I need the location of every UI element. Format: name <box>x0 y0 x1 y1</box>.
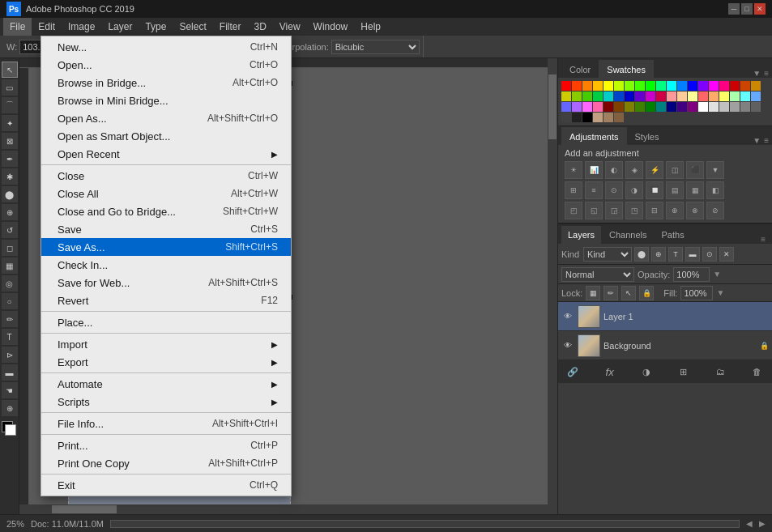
swatch[interactable] <box>646 92 655 101</box>
opacity-input[interactable] <box>673 267 710 282</box>
swatch[interactable] <box>730 92 740 101</box>
menu-save-web[interactable]: Save for Web... Alt+Shift+Ctrl+S <box>41 274 291 292</box>
swatch[interactable] <box>572 102 582 112</box>
layer-row-2[interactable]: 👁 Background 🔒 <box>558 331 772 360</box>
tool-magic-wand[interactable]: ✦ <box>2 115 18 131</box>
tool-heal[interactable]: ✱ <box>2 168 18 185</box>
swatch[interactable] <box>677 81 687 91</box>
menu-file-info[interactable]: File Info... Alt+Shift+Ctrl+I <box>41 415 291 432</box>
swatch[interactable] <box>719 81 729 91</box>
adj-gradientmap-icon[interactable]: ▦ <box>686 181 704 199</box>
adj-misc2-icon[interactable]: ◱ <box>585 202 603 219</box>
swatch[interactable] <box>667 92 676 101</box>
fill-arrow[interactable]: ▼ <box>716 288 724 297</box>
nav-right-btn[interactable]: ▶ <box>759 519 766 528</box>
filter-pixel-btn[interactable]: ⬤ <box>634 247 649 262</box>
menu-new[interactable]: New... Ctrl+N <box>41 38 291 56</box>
swatch[interactable] <box>709 92 719 101</box>
tool-gradient[interactable]: ▦ <box>2 257 18 274</box>
swatch[interactable] <box>593 102 603 112</box>
delete-layer-btn[interactable]: 🗑 <box>749 364 766 380</box>
canvas-hscrollbar[interactable] <box>19 504 557 514</box>
new-group-btn[interactable]: 🗂 <box>712 364 728 380</box>
swatch[interactable] <box>677 102 687 112</box>
swatch[interactable] <box>677 92 687 101</box>
interp-select[interactable]: Bicubic Bilinear Nearest Neighbor <box>331 40 420 54</box>
menu-close-bridge[interactable]: Close and Go to Bridge... Shift+Ctrl+W <box>41 202 291 220</box>
swatch[interactable] <box>635 81 645 91</box>
swatch[interactable] <box>561 113 571 122</box>
collapse-icon[interactable]: ▼ <box>753 69 761 78</box>
menu-print[interactable]: Print... Ctrl+P <box>41 436 291 454</box>
menu-check-in[interactable]: Check In... <box>41 256 291 274</box>
tab-channels[interactable]: Channels <box>603 226 653 244</box>
canvas-vscrollbar[interactable] <box>548 58 557 514</box>
swatch[interactable] <box>561 81 571 91</box>
swatch[interactable] <box>751 92 761 101</box>
adj-levels-icon[interactable]: 📊 <box>585 161 603 179</box>
menu-open-smart[interactable]: Open as Smart Object... <box>41 127 291 145</box>
lock-all-btn[interactable]: 🔒 <box>639 286 654 300</box>
canvas-hscrollbar-thumb[interactable] <box>52 505 117 513</box>
menu-item-select[interactable]: Select <box>173 18 212 36</box>
adj-misc4-icon[interactable]: ◳ <box>625 202 643 219</box>
swatch[interactable] <box>656 92 666 101</box>
tool-pen[interactable]: ✏ <box>2 311 18 327</box>
swatch[interactable] <box>572 81 582 91</box>
swatch[interactable] <box>740 102 750 112</box>
swatch[interactable] <box>614 113 624 122</box>
menu-item-file[interactable]: File <box>3 18 32 36</box>
menu-place[interactable]: Place... <box>41 313 291 331</box>
swatch[interactable] <box>740 92 750 101</box>
foreground-color[interactable] <box>2 421 18 437</box>
swatch[interactable] <box>582 81 592 91</box>
menu-save[interactable]: Save Ctrl+S <box>41 220 291 238</box>
tool-dodge[interactable]: ○ <box>2 293 18 309</box>
adj-exposure-icon[interactable]: ◈ <box>625 161 643 179</box>
swatch[interactable] <box>646 102 655 112</box>
tab-color[interactable]: Color <box>561 60 599 78</box>
filter-text-btn[interactable]: T <box>668 247 683 262</box>
filter-smart-btn[interactable]: ⊙ <box>702 247 717 262</box>
menu-open-as[interactable]: Open As... Alt+Shift+Ctrl+O <box>41 109 291 127</box>
menu-close[interactable]: Close Ctrl+W <box>41 167 291 185</box>
tab-styles[interactable]: Styles <box>627 127 668 145</box>
swatch[interactable] <box>751 81 761 91</box>
panel-menu-icon[interactable]: ≡ <box>764 69 769 78</box>
swatch[interactable] <box>688 92 697 101</box>
swatch[interactable] <box>646 81 655 91</box>
swatch[interactable] <box>604 113 613 122</box>
adj-selectivecolor-icon[interactable]: ◧ <box>706 181 724 199</box>
swatch[interactable] <box>698 102 708 112</box>
swatch[interactable] <box>698 92 708 101</box>
menu-item-filter[interactable]: Filter <box>213 18 248 36</box>
maximize-button[interactable]: □ <box>741 3 753 15</box>
tool-text[interactable]: T <box>2 329 18 345</box>
tab-adjustments[interactable]: Adjustments <box>561 127 627 145</box>
swatch[interactable] <box>751 102 761 112</box>
progress-bar[interactable] <box>110 520 740 528</box>
minimize-button[interactable]: ─ <box>728 3 740 15</box>
adj-posterize-icon[interactable]: 🔲 <box>646 181 663 199</box>
swatch[interactable] <box>572 113 582 122</box>
swatch[interactable] <box>635 102 645 112</box>
menu-scripts[interactable]: Scripts ▶ <box>41 393 291 411</box>
swatch[interactable] <box>572 92 582 101</box>
nav-left-btn[interactable]: ◀ <box>746 519 753 528</box>
tool-path-select[interactable]: ⊳ <box>2 347 18 363</box>
swatch[interactable] <box>614 81 624 91</box>
swatch[interactable] <box>604 81 613 91</box>
menu-revert[interactable]: Revert F12 <box>41 292 291 309</box>
tool-zoom[interactable]: ⊕ <box>2 400 18 416</box>
swatch[interactable] <box>656 102 666 112</box>
swatch[interactable] <box>709 81 719 91</box>
add-mask-btn[interactable]: ◑ <box>638 364 655 380</box>
menu-item-type[interactable]: Type <box>139 18 173 36</box>
swatch[interactable] <box>667 81 676 91</box>
blend-mode-select[interactable]: Normal Multiply Screen Overlay <box>561 267 634 282</box>
adj-menu-icon[interactable]: ≡ <box>764 136 769 145</box>
swatch[interactable] <box>635 92 645 101</box>
adj-collapse-icon[interactable]: ▼ <box>753 136 761 145</box>
menu-item-view[interactable]: View <box>273 18 307 36</box>
swatch[interactable] <box>740 81 750 91</box>
